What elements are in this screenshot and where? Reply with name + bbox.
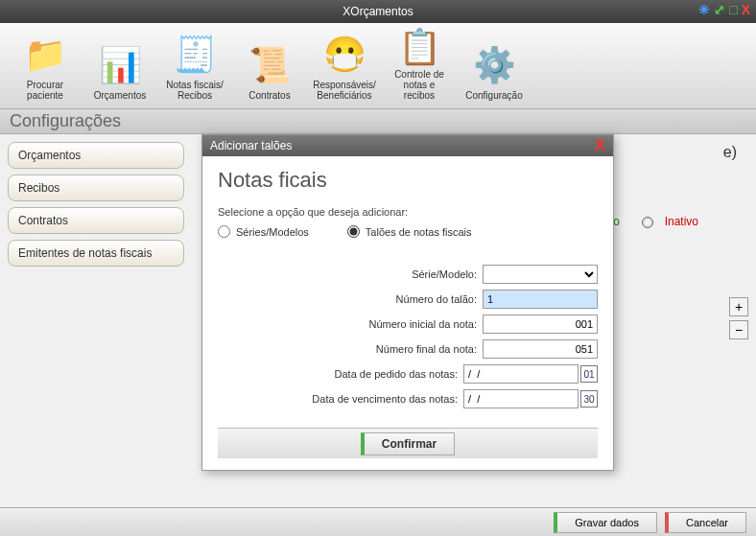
- toolbar-procurar-paciente[interactable]: 📁 Procurar paciente: [8, 27, 83, 105]
- folder-patient-icon: 📁: [22, 32, 68, 78]
- dialog-titlebar: Adicionar talões X: [202, 135, 613, 156]
- confirm-button[interactable]: Confirmar: [361, 432, 455, 455]
- status-inativo[interactable]: Inativo: [665, 215, 698, 228]
- row-serie-modelo: Série/Modelo:: [218, 265, 598, 284]
- toolbar-label: Responsáveis/ Beneficiários: [313, 80, 376, 101]
- budget-icon: 📊: [97, 42, 143, 88]
- toolbar-notas-fiscais[interactable]: 🧾 Notas fiscais/ Recibos: [157, 27, 232, 105]
- toolbar-label: Notas fiscais/ Recibos: [166, 80, 223, 101]
- row-numero-talao: Número do talão:: [218, 290, 598, 309]
- label-serie: Série/Modelo:: [412, 268, 477, 280]
- select-serie-modelo[interactable]: [483, 265, 598, 284]
- input-data-vencimento[interactable]: [463, 389, 579, 408]
- row-numero-inicial: Número inicial da nota:: [218, 315, 598, 334]
- invoice-icon: 🧾: [172, 32, 218, 78]
- toolbar-orcamentos[interactable]: 📊 Orçamentos: [83, 27, 157, 105]
- toolbar-label: Contratos: [248, 90, 290, 101]
- option-radio-group: Séries/Modelos Talões de notas fiscais: [218, 225, 598, 238]
- radio-series-input[interactable]: [218, 225, 230, 238]
- config-sidebar: Orçamentos Recibos Contratos Emitentes d…: [0, 134, 192, 489]
- dialog-subtitle: Selecione a opção que deseja adicionar:: [218, 206, 598, 218]
- add-taloes-dialog: Adicionar talões X Notas ficais Selecion…: [201, 134, 614, 471]
- person-mask-icon: 😷: [321, 32, 367, 78]
- input-data-pedido[interactable]: [463, 364, 579, 384]
- calendar-icon-vencimento[interactable]: 30: [580, 390, 598, 408]
- save-button[interactable]: Gravar dados: [554, 512, 657, 533]
- label-data-venc: Data de vencimento das notas:: [312, 393, 458, 405]
- add-remove-controls: + −: [729, 297, 748, 343]
- toolbar-label: Orçamentos: [94, 90, 146, 101]
- row-numero-final: Número final da nota:: [218, 339, 598, 359]
- label-num-final: Número final da nota:: [376, 343, 477, 355]
- dialog-close-icon[interactable]: X: [595, 137, 605, 154]
- sidebar-item-emitentes[interactable]: Emitentes de notas fiscais: [8, 240, 184, 267]
- titlebar: XOrçamentos ✳ ⤢ □ X: [0, 0, 756, 23]
- toolbar-controle-notas[interactable]: 📋 Controle de notas e recibos: [382, 27, 457, 105]
- radio-taloes-input[interactable]: [347, 225, 360, 238]
- app-title: XOrçamentos: [343, 5, 413, 18]
- minus-button[interactable]: −: [729, 320, 748, 339]
- gear-icon: ⚙️: [471, 42, 517, 88]
- bottom-toolbar: Gravar dados Cancelar: [0, 507, 756, 536]
- sidebar-item-recibos[interactable]: Recibos: [8, 175, 184, 201]
- radio-inativo-icon[interactable]: [642, 217, 653, 228]
- toolbar-contratos[interactable]: 📜 Contratos: [232, 27, 307, 105]
- radio-series-label: Séries/Modelos: [236, 226, 309, 238]
- radio-taloes-label: Talões de notas fiscais: [366, 226, 472, 238]
- radio-taloes-notas[interactable]: Talões de notas fiscais: [347, 225, 472, 238]
- main-toolbar: 📁 Procurar paciente 📊 Orçamentos 🧾 Notas…: [0, 23, 756, 109]
- input-numero-final[interactable]: [483, 339, 598, 359]
- toolbar-label: Configuração: [465, 90, 522, 101]
- row-data-vencimento: Data de vencimento das notas: 30: [218, 389, 598, 408]
- plus-button[interactable]: +: [729, 297, 748, 316]
- maximize-icon[interactable]: □: [729, 2, 737, 17]
- section-heading: Configurações: [0, 109, 756, 134]
- calendar-icon-pedido[interactable]: 01: [580, 365, 598, 383]
- toolbar-configuracao[interactable]: ⚙️ Configuração: [457, 27, 532, 105]
- toolbar-label: Controle de notas e recibos: [394, 69, 444, 101]
- cancel-button[interactable]: Cancelar: [665, 512, 746, 533]
- dialog-heading: Notas ficais: [218, 168, 598, 193]
- dialog-body: Notas ficais Selecione a opção que desej…: [202, 156, 613, 470]
- dialog-title: Adicionar talões: [210, 139, 292, 152]
- dialog-footer: Confirmar: [218, 428, 598, 458]
- toolbar-label: Procurar paciente: [12, 80, 79, 101]
- input-numero-talao[interactable]: [483, 290, 598, 309]
- label-num-talao: Número do talão:: [396, 293, 477, 305]
- window-controls: ✳ ⤢ □ X: [698, 2, 750, 17]
- checklist-icon: 📋: [396, 27, 442, 67]
- toolbar-responsaveis[interactable]: 😷 Responsáveis/ Beneficiários: [307, 27, 382, 105]
- radio-series-modelos[interactable]: Séries/Modelos: [218, 225, 309, 238]
- sidebar-item-contratos[interactable]: Contratos: [8, 207, 184, 234]
- sidebar-item-orcamentos[interactable]: Orçamentos: [8, 142, 184, 169]
- label-data-pedido: Data de pedido das notas:: [335, 368, 458, 380]
- row-data-pedido: Data de pedido das notas: 01: [218, 364, 598, 384]
- label-num-inicial: Número inicial da nota:: [368, 318, 477, 330]
- contract-icon: 📜: [247, 42, 293, 88]
- restore-icon[interactable]: ⤢: [714, 2, 725, 17]
- close-window-icon[interactable]: X: [742, 2, 750, 17]
- input-numero-inicial[interactable]: [483, 315, 598, 334]
- minimize-icon[interactable]: ✳: [698, 2, 710, 17]
- partial-title-text: e): [723, 144, 737, 161]
